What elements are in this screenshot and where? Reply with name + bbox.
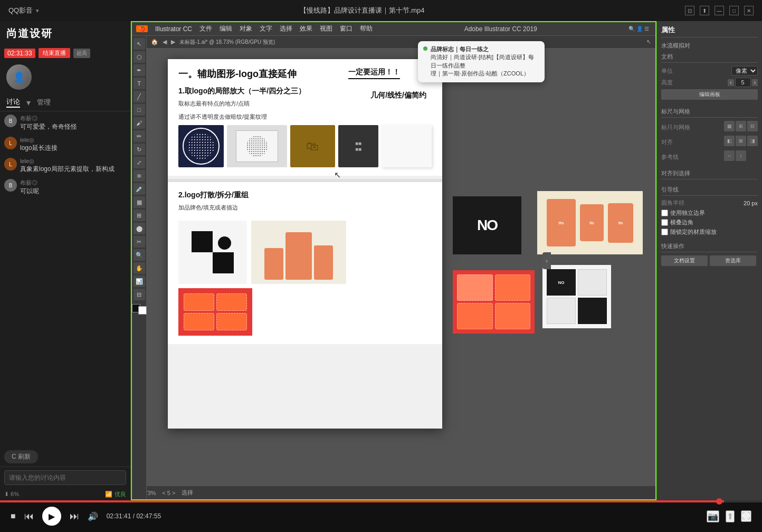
grid-decrement[interactable]: ‹	[728, 79, 734, 86]
window-close-btn[interactable]: ✕	[744, 6, 754, 15]
ai-menubar: 🍎 Illustrator CC 文件 编辑 对象 文字 选择 效果 视图 窗口…	[132, 22, 655, 36]
canvas-extra-content: NO Ifo Ifo Ifo	[453, 59, 655, 429]
menu-file[interactable]: 文件	[199, 24, 212, 33]
rect-tool[interactable]: □	[134, 104, 145, 116]
volume-button[interactable]: 🔊	[88, 511, 98, 521]
rotate-tool[interactable]: ↻	[134, 144, 145, 155]
shape-build-tool[interactable]: ⬤	[134, 223, 145, 234]
menu-effect[interactable]: 效果	[300, 24, 312, 33]
home-icon[interactable]: 🏠	[151, 39, 158, 45]
brush-tool[interactable]: 🖌	[134, 117, 145, 129]
select-tool[interactable]: ↖	[134, 38, 145, 50]
snap-row: 参考线 ↔ ↕	[661, 150, 758, 163]
right-arrow-icon[interactable]: ▶	[171, 39, 175, 45]
eyedrop-tool[interactable]: 💉	[134, 183, 145, 195]
pencil-tool[interactable]: ✏	[134, 130, 145, 142]
type-tool[interactable]: T	[134, 78, 145, 89]
use-preview-check[interactable]	[661, 210, 668, 216]
doc-section-1: 一。辅助图形-logo直接延伸 一定要运用！！ 1.取logo的局部放大（一半/…	[168, 59, 442, 176]
menu-select[interactable]: 选择	[280, 24, 292, 33]
background-swatch[interactable]	[138, 306, 147, 315]
window-airplay-btn[interactable]: ⬆	[700, 6, 709, 15]
menu-edit[interactable]: 编辑	[220, 24, 232, 33]
properties-library-button[interactable]: 资选库	[710, 255, 756, 266]
bottom-status: ⬇ 6% 📶 优良	[0, 488, 130, 500]
mesh-tool[interactable]: ⊞	[134, 210, 145, 221]
quality-btn[interactable]: 超高	[73, 49, 90, 58]
guides-title: 引导线	[661, 186, 758, 196]
snap-btn-2[interactable]: ↕	[736, 150, 746, 161]
quick-action-buttons: 文档设置 资选库	[661, 255, 758, 268]
scale-corners-check[interactable]	[661, 229, 668, 235]
window-minimize-btn[interactable]: —	[715, 6, 724, 15]
align-btn-3[interactable]: ◨	[747, 136, 758, 146]
unit-select[interactable]: 像素	[731, 66, 758, 75]
pen-tool[interactable]: ✒	[134, 64, 145, 76]
tab-manage[interactable]: 管理	[37, 98, 51, 107]
align-btn-2[interactable]: ⊠	[736, 136, 746, 146]
panel-collapse-arrow[interactable]: ›	[542, 252, 551, 269]
direct-select-tool[interactable]: ⬡	[134, 51, 145, 63]
scale-tool[interactable]: ⤢	[134, 157, 145, 168]
chart-tool[interactable]: 📊	[134, 276, 145, 287]
artboard-tool[interactable]: ⊟	[134, 289, 145, 300]
stop-button[interactable]: ■	[11, 511, 16, 521]
line-tool[interactable]: ╱	[134, 91, 145, 102]
orange-brand-cards: Ifo Ifo Ifo	[537, 191, 643, 254]
ruler-btn-3[interactable]: ⊟	[747, 121, 758, 131]
menu-text[interactable]: 文字	[260, 24, 272, 33]
menu-item-app[interactable]: Illustrator CC	[155, 25, 192, 33]
top-bar-right: ⊡ ⬆ — □ ✕	[685, 6, 754, 15]
list-item: B 布薪◎ 可可爱爱，奇奇怪怪	[4, 115, 126, 131]
brand-image-6	[178, 221, 247, 284]
edit-artboard-button[interactable]: 编辑画板	[661, 89, 758, 100]
zoom-tool[interactable]: 🔍	[134, 249, 145, 261]
snap-btn-1[interactable]: ↔	[724, 150, 735, 161]
window-pip-btn[interactable]: ⊡	[685, 6, 694, 15]
grid-stepper: ‹ ›	[728, 78, 758, 87]
top-bar-left: QQ影音 ▾	[8, 6, 39, 15]
next-button[interactable]: ⏭	[70, 511, 79, 522]
snap-label: 参考线	[661, 153, 679, 161]
play-pause-button[interactable]: ▶	[42, 507, 61, 526]
menu-help[interactable]: 帮助	[360, 24, 373, 33]
artboard-nav[interactable]: < 5 >	[162, 490, 175, 496]
progress-bar-bg[interactable]	[0, 500, 762, 502]
notif-row: 品牌标志｜每日一练之 尚清好｜尚道设研·[结构]【尚道设研】每日一练作品整 理｜…	[423, 45, 539, 78]
fullscreen-button[interactable]: ⛶	[741, 510, 751, 522]
grid-value-input[interactable]	[735, 78, 751, 87]
menu-view[interactable]: 视图	[320, 24, 332, 33]
comment-name: lele◎	[20, 137, 126, 144]
panel-quick-actions: 快速操作 文档设置 资选库	[661, 242, 758, 268]
chat-input[interactable]	[4, 470, 126, 485]
rounded-corners-label: 横叠边角	[670, 218, 693, 226]
tab-discuss[interactable]: 讨论	[6, 97, 20, 108]
prev-button[interactable]: ⏮	[24, 511, 34, 522]
dropdown-icon: ▾	[26, 98, 31, 108]
right-controls: 📷 ⬆ ⛶	[707, 510, 751, 522]
doc-settings-button[interactable]: 文档设置	[661, 255, 708, 266]
progress-thumb[interactable]	[716, 498, 722, 505]
menu-object[interactable]: 对象	[240, 24, 252, 33]
menu-window[interactable]: 窗口	[340, 24, 353, 33]
left-arrow-icon[interactable]: ◀	[163, 39, 167, 45]
panel-rulers-section: 标尺与网格 标只与网格 ▦ ⊞ ⊟ 对齐 ◧ ⊠ ◨ 参考线	[661, 108, 758, 163]
screenshot-button[interactable]: 📷	[707, 510, 719, 522]
ruler-btn-1[interactable]: ▦	[724, 121, 735, 131]
grid-increment[interactable]: ›	[752, 79, 758, 86]
refresh-button[interactable]: C 刷新	[4, 450, 38, 463]
notif-body2: 理｜第一期·原创作品·站酷（ZCOOL）	[431, 70, 529, 77]
end-live-button[interactable]: 结束直播	[39, 48, 70, 58]
hand-tool[interactable]: ✋	[134, 262, 145, 274]
gradient-tool[interactable]: ▦	[134, 196, 145, 208]
knife-tool[interactable]: ✂	[134, 236, 145, 248]
rounded-corners-check[interactable]	[661, 219, 668, 226]
cursor-icon-tool[interactable]: ↖	[646, 39, 651, 45]
ruler-btn-2[interactable]: ⊞	[736, 121, 746, 131]
window-maximize-btn[interactable]: □	[729, 6, 739, 15]
share-button[interactable]: ⬆	[726, 510, 735, 522]
brand-image-2	[227, 125, 287, 167]
blend-tool[interactable]: ≋	[134, 170, 145, 182]
corner-radius-row: 圆角半径 20 px	[661, 199, 758, 207]
align-btn-1[interactable]: ◧	[724, 136, 735, 146]
